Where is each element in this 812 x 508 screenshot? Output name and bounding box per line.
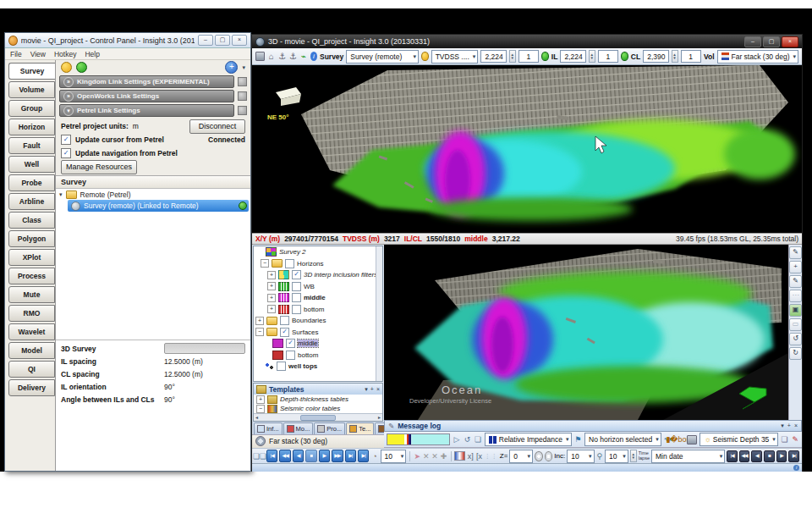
expand-icon[interactable]: + xyxy=(267,305,276,313)
z-select[interactable]: 0▾ xyxy=(509,450,533,463)
visibility-checkbox[interactable] xyxy=(280,316,289,325)
stop-button[interactable]: ■ xyxy=(305,450,316,462)
date-play-button[interactable]: ▶ xyxy=(776,450,787,462)
scale-spinner[interactable]: ▲▼ xyxy=(630,450,637,462)
tree-item-bottom-horizon[interactable]: + bottom xyxy=(254,304,382,316)
anchor-alt-icon[interactable]: ⚓ xyxy=(288,51,297,62)
tree-item-middle-surface[interactable]: ✓ middle xyxy=(254,338,382,350)
message-log-header[interactable]: ✎ Message log ▾ + × xyxy=(384,420,802,432)
palette-icon[interactable]: ▭ xyxy=(789,318,802,331)
tab-delivery[interactable]: Delivery xyxy=(8,379,55,396)
cl-value-input[interactable]: 2,390 xyxy=(643,50,668,63)
kingdom-link-section[interactable]: » Kingdom Link Settings (EXPERIMENTAL) xyxy=(59,75,234,88)
tree-caret-icon[interactable]: ▾ xyxy=(59,191,63,198)
tab-group[interactable]: Group xyxy=(8,100,55,117)
refresh-icon[interactable]: ↺ xyxy=(464,434,472,444)
histogram-icon[interactable]: ▮�born xyxy=(674,434,684,444)
date-last-button[interactable]: ▶| xyxy=(788,450,799,462)
crossline-icon[interactable]: ✕ xyxy=(422,452,429,461)
fast-forward-button[interactable]: ▶▶ xyxy=(332,450,343,462)
dock-menu-icon[interactable]: ▾ xyxy=(781,422,784,429)
tvdss-value-input[interactable]: 2,224 xyxy=(480,50,506,63)
tab-rmo[interactable]: RMO xyxy=(8,305,55,322)
tab-polygon[interactable]: Polygon xyxy=(8,230,55,247)
close-icon[interactable]: × xyxy=(794,422,798,429)
snapshot-icon[interactable] xyxy=(255,52,265,61)
volume-select[interactable]: Far stack (30 deg)▾ xyxy=(717,50,799,64)
visibility-checkbox[interactable] xyxy=(286,351,295,360)
link-tool-icon[interactable]: ⌁ xyxy=(299,51,308,62)
cl-step-input[interactable]: 1 xyxy=(681,50,701,63)
redo-icon[interactable]: ↻ xyxy=(789,347,802,360)
expand-icon[interactable]: + xyxy=(267,282,276,290)
expand-icon[interactable]: + xyxy=(256,395,265,404)
template-item-seismic-colors[interactable]: − Seismic color tables xyxy=(254,404,382,413)
tab-volume[interactable]: Volume xyxy=(8,81,55,98)
clip-right-icon[interactable]: x] xyxy=(467,452,474,461)
brush-icon[interactable]: ✎ xyxy=(791,434,799,444)
slice-type-select[interactable]: TVDSS ....▾ xyxy=(431,50,479,64)
update-cursor-checkbox[interactable]: ✓ xyxy=(61,135,71,145)
color-template-select[interactable]: Relative Impedance ▾ xyxy=(485,433,572,446)
template-item-depth-thickness[interactable]: + Depth-thickness tables xyxy=(254,395,382,404)
menu-file[interactable]: File xyxy=(10,50,22,58)
copy-settings-icon[interactable]: ❏ xyxy=(781,434,789,444)
tab-probe[interactable]: Probe xyxy=(8,174,55,191)
expand-icon[interactable]: + xyxy=(267,294,276,302)
flatten-icon[interactable]: ⚑ xyxy=(574,434,583,444)
close-icon[interactable]: × xyxy=(232,35,247,46)
goto-start-button[interactable]: |◀ xyxy=(266,450,277,462)
more-tools-icon[interactable]: ⋯ xyxy=(789,290,802,302)
expand-icon[interactable]: − xyxy=(256,405,265,413)
active-volume-row[interactable]: Far stack (30 deg) xyxy=(252,434,384,448)
pin-icon[interactable]: + xyxy=(370,386,374,393)
dock-tab-templates[interactable]: Te... xyxy=(346,422,374,434)
il-spinner[interactable]: ▲▼ xyxy=(589,50,595,63)
tree-item-middle-horizon[interactable]: + middle xyxy=(254,292,382,304)
add-pick-icon[interactable]: + xyxy=(789,261,802,273)
new-page-icon[interactable]: ❏ xyxy=(474,434,482,444)
scale-select[interactable]: 10▾ xyxy=(605,450,628,463)
minimize-icon[interactable]: – xyxy=(198,35,213,46)
visibility-checkbox[interactable]: ✓ xyxy=(280,328,289,337)
date-select[interactable]: Min date▾ xyxy=(651,450,725,463)
expand-icon[interactable]: + xyxy=(267,271,276,279)
update-navigation-checkbox[interactable]: ✓ xyxy=(61,148,71,158)
tab-wavelet[interactable]: Wavelet xyxy=(8,323,55,340)
fast-back-button[interactable]: ◀◀ xyxy=(279,450,290,462)
visibility-checkbox[interactable] xyxy=(292,282,301,291)
gain-colorbar-icon[interactable] xyxy=(454,451,465,461)
pin-icon[interactable]: + xyxy=(787,422,791,429)
tree-item-wb[interactable]: + WB xyxy=(254,281,382,293)
expand-icon[interactable]: + xyxy=(255,317,264,325)
date-prev-button[interactable]: ◀ xyxy=(751,450,762,462)
step-back-button[interactable]: ◀ xyxy=(293,450,304,462)
dock-tab-models[interactable]: Mo... xyxy=(283,422,314,434)
play-button[interactable]: ▶ xyxy=(319,450,330,462)
colorbar-widget[interactable] xyxy=(387,433,450,445)
horizon-select[interactable]: No horizon selected ▾ xyxy=(584,433,661,446)
survey-name-field[interactable] xyxy=(164,343,245,354)
maximize-icon[interactable]: ▢ xyxy=(763,36,780,47)
tab-xplot[interactable]: XPlot xyxy=(8,249,55,266)
tab-horizon[interactable]: Horizon xyxy=(8,119,55,135)
depth-template-select[interactable]: ☼ Seismic Depth 35 ▾ xyxy=(700,433,777,446)
expand-icon[interactable]: − xyxy=(261,259,269,268)
add-survey-button[interactable]: + xyxy=(225,61,238,74)
add-menu-caret-icon[interactable]: ▾ xyxy=(242,64,245,71)
fly-mode-icon[interactable]: ➤ xyxy=(414,452,420,461)
cl-spinner[interactable]: ▲▼ xyxy=(672,50,678,63)
info-icon[interactable]: i xyxy=(310,52,317,61)
view-3d-bottom[interactable]: Ocean Developer/University License xyxy=(384,245,788,420)
disconnect-button[interactable]: Disconnect xyxy=(189,119,245,134)
dock-tab-info[interactable]: Inf... xyxy=(254,422,283,434)
pan-icon[interactable]: ✚ xyxy=(440,452,447,461)
anchor-icon[interactable]: ⚓ xyxy=(278,51,287,62)
home-view-icon[interactable]: ⌂ xyxy=(267,51,276,62)
openworks-link-section[interactable]: » OpenWorks Link Settings xyxy=(59,90,234,102)
visibility-checkbox[interactable] xyxy=(292,305,301,314)
visibility-checkbox[interactable]: ✓ xyxy=(286,339,295,348)
tab-fault[interactable]: Fault xyxy=(8,137,55,154)
date-first-button[interactable]: |◀ xyxy=(727,450,738,462)
visibility-checkbox[interactable]: ✓ xyxy=(292,270,301,279)
